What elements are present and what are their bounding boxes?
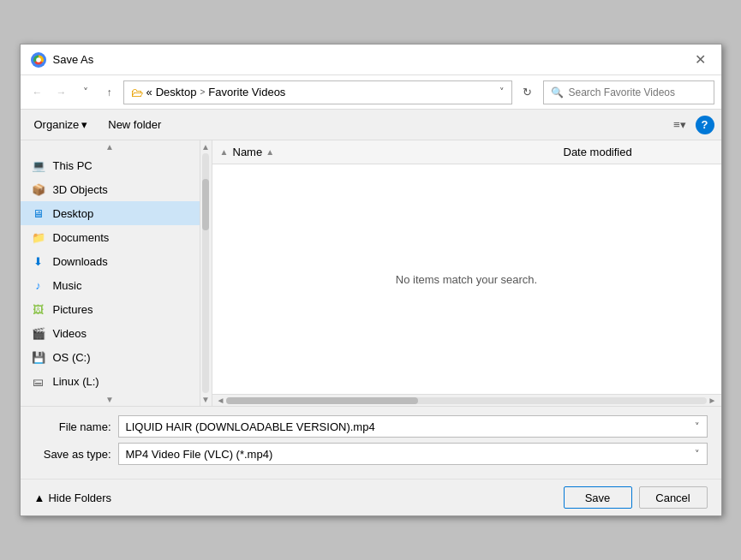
organize-label: Organize [34,118,80,131]
save-button[interactable]: Save [564,486,632,509]
sidebar-item-downloads[interactable]: ⬇ Downloads [21,249,200,273]
address-field[interactable]: 🗁 « Desktop > Favorite Videos ˅ [123,80,512,104]
sidebar-vscroll-up[interactable]: ▲ [201,142,210,152]
new-folder-label: New folder [108,118,161,131]
sidebar-scroll-down[interactable]: ▼ [21,393,200,406]
view-dropdown: ▾ [680,118,686,131]
h-scroll-right[interactable]: ► [707,396,719,405]
sidebar-label-linux-l: Linux (L:) [53,375,99,388]
file-content: No items match your search. [212,164,721,394]
app-icon [31,52,46,68]
h-scrollbar: ◄ ► [212,394,721,406]
sidebar-icon-documents: 📁 [31,229,46,245]
sidebar-scroll-up[interactable]: ▲ [21,140,200,153]
save-type-value: MP4 Video File (VLC) (*.mp4) [126,448,273,461]
sidebar-item-os-c[interactable]: 💾 OS (C:) [21,345,200,369]
search-field[interactable]: 🔍 [543,80,714,104]
main-area: ▲ 💻 This PC 📦 3D Objects 🖥 Desktop 📁 Doc… [21,140,721,406]
file-area: ▲ Name ▲ Date modified No items match yo… [212,140,721,406]
sidebar-scroll-thumb [202,179,209,230]
refresh-button[interactable]: ↻ [516,80,540,104]
sidebar-icon-music: ♪ [31,277,46,293]
sidebar-label-videos: Videos [53,327,87,340]
dialog-title: Save As [53,53,690,66]
breadcrumb-part2: Favorite Videos [208,86,285,98]
sidebar-item-videos[interactable]: 🎬 Videos [21,321,200,345]
hide-folders-label: Hide Folders [48,491,111,504]
view-button[interactable]: ≡ ▾ [668,113,692,137]
bottom-form: File name: LIQUID HAIR (DOWNLOADABLE VER… [21,406,721,479]
empty-message: No items match your search. [396,273,537,286]
sidebar: 💻 This PC 📦 3D Objects 🖥 Desktop 📁 Docum… [21,153,200,393]
sidebar-item-linux-l[interactable]: 🖴 Linux (L:) [21,369,200,393]
sidebar-icon-videos: 🎬 [31,325,46,341]
save-as-dialog: Save As ✕ ← → ˅ ↑ 🗁 « Desktop > Favorite… [20,44,722,516]
nav-dropdown-button[interactable]: ˅ [75,82,96,103]
sidebar-icon-pictures: 🖼 [31,301,46,317]
h-scroll-left[interactable]: ◄ [215,396,227,405]
sidebar-icon-desktop: 🖥 [31,206,46,221]
file-name-input[interactable]: LIQUID HAIR (DOWNLOADABLE VERSION).mp4 ˅ [118,415,708,438]
sidebar-item-documents[interactable]: 📁 Documents [21,225,200,249]
col-name-sort: ▲ [266,147,274,157]
breadcrumb-sep: > [200,87,205,97]
sidebar-label-desktop: Desktop [53,207,94,220]
search-icon: 🔍 [551,86,564,98]
address-dropdown-arrow[interactable]: ˅ [499,86,505,98]
hide-folders-arrow: ▲ [34,491,45,504]
toolbar-right: ≡ ▾ ? [668,113,714,137]
file-name-label: File name: [34,420,111,433]
header-scroll-up[interactable]: ▲ [219,147,230,157]
save-type-dropdown[interactable]: ˅ [695,449,700,460]
svg-point-2 [36,57,41,63]
folder-icon: 🗁 [131,86,143,99]
sidebar-item-desktop[interactable]: 🖥 Desktop [21,201,200,225]
view-icon: ≡ [673,118,680,131]
h-scroll-thumb [226,397,418,404]
sidebar-label-downloads: Downloads [53,255,108,268]
back-button[interactable]: ← [27,82,48,103]
cancel-button[interactable]: Cancel [639,486,708,509]
h-scroll-track[interactable] [226,397,706,404]
sidebar-item-this-pc[interactable]: 💻 This PC [21,153,200,177]
save-type-row: Save as type: MP4 Video File (VLC) (*.mp… [34,443,708,465]
sidebar-label-documents: Documents [53,231,110,244]
sidebar-icon-linux-l: 🖴 [31,373,46,389]
up-button[interactable]: ↑ [99,82,120,103]
sidebar-label-3d-objects: 3D Objects [53,183,108,196]
address-bar: ← → ˅ ↑ 🗁 « Desktop > Favorite Videos ˅ … [21,75,721,110]
breadcrumb-prefix: « [146,86,152,98]
forward-button[interactable]: → [51,82,72,103]
file-name-row: File name: LIQUID HAIR (DOWNLOADABLE VER… [34,415,708,438]
sidebar-label-pictures: Pictures [53,303,93,316]
new-folder-button[interactable]: New folder [101,116,168,134]
toolbar: Organize ▾ New folder ≡ ▾ ? [21,110,721,140]
organize-arrow: ▾ [81,118,87,131]
sidebar-icon-os-c: 💾 [31,349,46,365]
close-button[interactable]: ✕ [690,50,711,70]
address-text: 🗁 « Desktop > Favorite Videos [131,86,494,99]
sidebar-label-this-pc: This PC [53,159,93,172]
breadcrumb-part1: Desktop [156,86,197,98]
save-type-input[interactable]: MP4 Video File (VLC) (*.mp4) ˅ [118,443,708,465]
sidebar-vscroll-down[interactable]: ▼ [201,395,210,404]
sidebar-item-music[interactable]: ♪ Music [21,273,200,297]
col-name-header[interactable]: Name ▲ [230,146,560,158]
file-name-dropdown[interactable]: ˅ [695,421,700,432]
title-bar: Save As ✕ [21,45,721,75]
sidebar-item-pictures[interactable]: 🖼 Pictures [21,297,200,321]
hide-folders-button[interactable]: ▲ Hide Folders [34,491,112,504]
help-button[interactable]: ? [696,116,714,134]
sidebar-item-3d-objects[interactable]: 📦 3D Objects [21,177,200,201]
save-type-label: Save as type: [34,448,111,461]
footer: ▲ Hide Folders Save Cancel [21,479,721,515]
sidebar-icon-this-pc: 💻 [31,158,46,173]
file-name-value: LIQUID HAIR (DOWNLOADABLE VERSION).mp4 [126,420,375,433]
search-input[interactable] [569,86,707,98]
file-header: ▲ Name ▲ Date modified [212,140,721,164]
sidebar-icon-downloads: ⬇ [31,253,46,269]
sidebar-label-os-c: OS (C:) [53,351,91,364]
organize-button[interactable]: Organize ▾ [27,116,95,134]
col-date-header[interactable]: Date modified [560,146,714,158]
sidebar-icon-3d-objects: 📦 [31,182,46,197]
